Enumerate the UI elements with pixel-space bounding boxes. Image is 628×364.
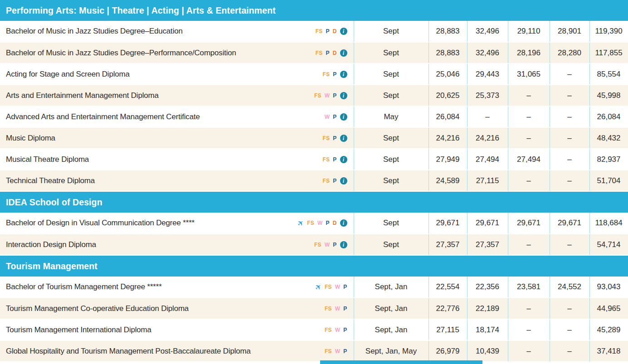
- international-plane-icon: ✈: [313, 282, 323, 292]
- fee-cell-1: 27,949: [428, 149, 467, 170]
- fee-cell-4: –: [550, 234, 589, 255]
- badge-p: P: [343, 284, 347, 290]
- fee-cell-3: 31,065: [508, 63, 550, 85]
- badge-fs: FS: [316, 29, 323, 34]
- info-icon[interactable]: i: [340, 219, 347, 227]
- badge-fs: FS: [307, 220, 314, 226]
- info-icon[interactable]: i: [340, 92, 347, 99]
- fee-cell-1: 22,776: [428, 298, 467, 319]
- badge-p: P: [333, 178, 336, 184]
- intake-cell: Sept: [354, 21, 428, 42]
- fee-cell-2: 29,443: [467, 63, 508, 85]
- info-icon[interactable]: i: [340, 113, 347, 121]
- fee-cell-5: 54,714: [589, 234, 628, 255]
- badge-p: P: [343, 327, 347, 333]
- fee-cell-3: 28,196: [508, 42, 550, 63]
- fee-cell-5: 118,684: [589, 213, 628, 234]
- program-badges: FSPi: [323, 156, 347, 163]
- program-badges: FSPDi: [316, 49, 347, 57]
- section-header: Tourism Management: [0, 255, 628, 277]
- fee-cell-3: –: [508, 340, 550, 362]
- intake-cell: Sept: [354, 149, 428, 170]
- fee-cell-2: 22,356: [467, 277, 508, 298]
- info-icon[interactable]: i: [340, 177, 347, 184]
- fee-cell-5: 85,554: [589, 63, 628, 85]
- fee-cell-3: –: [508, 298, 550, 319]
- fee-cell-3: 29,671: [508, 213, 550, 234]
- program-badges: ✈FSWPDi: [297, 219, 347, 227]
- fee-cell-4: –: [550, 85, 589, 106]
- program-row: Musical Theatre DiplomaFSPiSept27,94927,…: [0, 149, 628, 170]
- info-icon[interactable]: i: [340, 241, 347, 248]
- program-name: Bachelor of Tourism Management Degree **…: [6, 282, 162, 291]
- program-badges: FSWP: [325, 306, 347, 311]
- fee-cell-2: 18,174: [467, 319, 508, 340]
- info-icon[interactable]: i: [340, 135, 347, 142]
- intake-cell: Sept, Jan: [354, 277, 428, 298]
- program-badges: FSWP: [325, 327, 347, 333]
- fee-cell-3: –: [508, 170, 550, 191]
- program-row: Acting for Stage and Screen DiplomaFSPiS…: [0, 63, 628, 85]
- badge-w: W: [335, 327, 341, 333]
- badge-fs: FS: [325, 327, 332, 333]
- fee-cell-3: 27,494: [508, 149, 550, 170]
- fee-cell-1: 26,979: [428, 340, 467, 362]
- program-row: Global Hospitality and Tourism Managemen…: [0, 340, 628, 362]
- program-cell: Interaction Design DiplomaFSWPi: [0, 234, 354, 255]
- fee-cell-2: –: [467, 106, 508, 127]
- fee-cell-1: 24,589: [428, 170, 467, 191]
- fee-cell-5: 82,937: [589, 149, 628, 170]
- badge-w: W: [325, 114, 330, 120]
- badge-fs: FS: [314, 242, 321, 248]
- fee-cell-2: 27,357: [467, 234, 508, 255]
- program-name: Global Hospitality and Tourism Managemen…: [6, 347, 251, 356]
- fee-cell-4: –: [550, 149, 589, 170]
- intake-cell: Sept: [354, 42, 428, 63]
- badge-p: P: [343, 306, 347, 311]
- program-row: Bachelor of Tourism Management Degree **…: [0, 277, 628, 298]
- badge-w: W: [335, 349, 341, 354]
- program-cell: Bachelor of Design in Visual Communicati…: [0, 213, 354, 234]
- program-row: Interaction Design DiplomaFSWPiSept27,35…: [0, 234, 628, 255]
- program-name: Arts and Entertainment Management Diplom…: [6, 91, 159, 100]
- program-row: Bachelor of Music in Jazz Studies Degree…: [0, 21, 628, 42]
- fee-cell-5: 44,965: [589, 298, 628, 319]
- info-icon[interactable]: i: [340, 49, 347, 57]
- fee-cell-4: –: [550, 170, 589, 191]
- program-name: Musical Theatre Diploma: [6, 155, 89, 164]
- info-icon[interactable]: i: [340, 156, 347, 163]
- program-row: Bachelor of Music in Jazz Studies Degree…: [0, 42, 628, 63]
- intake-cell: Sept: [354, 234, 428, 255]
- next-section-band-partial: [320, 360, 482, 364]
- tuition-fee-table: Performing Arts: Music | Theatre | Actin…: [0, 0, 628, 364]
- fee-cell-4: –: [550, 340, 589, 362]
- program-name: Tourism Management International Diploma: [6, 325, 151, 335]
- fee-cell-5: 117,855: [589, 42, 628, 63]
- program-badges: FSPi: [323, 177, 347, 184]
- fee-table-body: Performing Arts: Music | Theatre | Actin…: [0, 0, 628, 362]
- fee-cell-4: 28,280: [550, 42, 589, 63]
- program-name: Bachelor of Design in Visual Communicati…: [6, 218, 195, 228]
- fee-cell-3: –: [508, 319, 550, 340]
- fee-cell-1: 22,554: [428, 277, 467, 298]
- program-badges: FSPDi: [316, 28, 347, 35]
- fee-cell-5: 48,432: [589, 127, 628, 149]
- intake-cell: Sept, Jan: [354, 319, 428, 340]
- program-cell: Bachelor of Music in Jazz Studies Degree…: [0, 42, 354, 63]
- program-cell: Global Hospitality and Tourism Managemen…: [0, 340, 354, 362]
- program-badges: ✈FSWP: [315, 283, 347, 291]
- info-icon[interactable]: i: [340, 28, 347, 35]
- program-badges: WPi: [325, 113, 347, 121]
- program-name: Bachelor of Music in Jazz Studies Degree…: [6, 27, 183, 36]
- program-name: Acting for Stage and Screen Diploma: [6, 70, 130, 79]
- section-header: IDEA School of Design: [0, 191, 628, 213]
- fee-cell-5: 119,390: [589, 21, 628, 42]
- intake-cell: May: [354, 106, 428, 127]
- fee-cell-1: 27,357: [428, 234, 467, 255]
- badge-fs: FS: [323, 178, 330, 184]
- program-name: Bachelor of Music in Jazz Studies Degree…: [6, 49, 236, 58]
- info-icon[interactable]: i: [340, 71, 347, 78]
- badge-fs: FS: [323, 157, 330, 162]
- badge-p: P: [333, 157, 336, 162]
- fee-cell-1: 24,216: [428, 127, 467, 149]
